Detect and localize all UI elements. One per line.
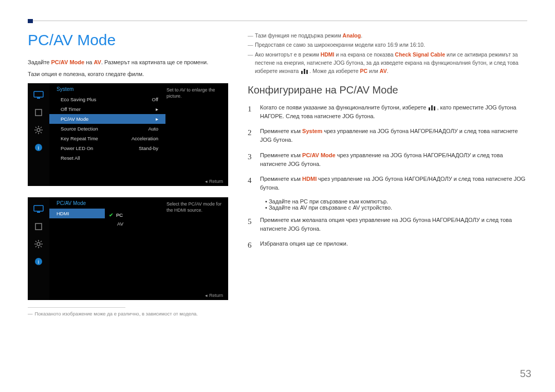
intro-paragraph-1: Задайте PC/AV Mode на AV. Размерът на ка…	[28, 58, 233, 67]
text: на	[84, 59, 94, 65]
step-number: 4	[248, 175, 260, 192]
osd-row: Eco Saving PlusOff	[49, 95, 165, 104]
svg-line-11	[41, 127, 42, 128]
osd-heading: PC/AV Mode	[49, 197, 105, 209]
info-icon: i	[31, 140, 46, 155]
osd-label: Reset All	[61, 155, 80, 161]
note-1: ― Тази функция не поддържа режим Analog.	[248, 31, 527, 40]
bullet-pc: Задайте на PC при свързване към компютър…	[265, 198, 527, 204]
text: .	[387, 68, 388, 74]
osd-value: Off	[152, 97, 159, 102]
intro-paragraph-2: Тази опция е полезна, когато гледате фил…	[28, 70, 233, 79]
osd-option-label: AV	[117, 221, 123, 227]
svg-line-9	[41, 132, 42, 133]
osd-value: Stand-by	[139, 145, 158, 151]
osd-screenshot-system: i System Eco Saving PlusOff Off Timer▸ P…	[28, 83, 228, 186]
bullet-av: Задайте на AV при свързване с AV устройс…	[265, 204, 527, 211]
step-body: Преминете към System чрез управление на …	[260, 127, 527, 144]
osd-menu-list: PC/AV Mode HDMI	[49, 197, 105, 218]
picture-icon	[31, 219, 46, 234]
osd-row: Off Timer▸	[49, 104, 165, 114]
osd-screenshot-pcavmode: i PC/AV Mode HDMI ✔PC AV Select the PC/A…	[28, 197, 228, 300]
step-number: 3	[248, 151, 260, 169]
osd-hint-text: Select the PC/AV mode for the HDMI sourc…	[163, 199, 226, 215]
osd-row: Power LED OnStand-by	[49, 143, 165, 153]
page-number: 53	[520, 368, 531, 380]
text: Тази функция не поддържа режим	[255, 32, 343, 39]
osd-menu-list: System Eco Saving PlusOff Off Timer▸ PC/…	[49, 83, 165, 163]
osd-label: Source Detection	[61, 126, 98, 132]
left-column: PC/AV Mode Задайте PC/AV Mode на AV. Раз…	[28, 31, 233, 316]
osd-sidebar: i	[28, 83, 49, 186]
osd-label: HDMI	[57, 211, 69, 216]
svg-rect-0	[34, 91, 43, 97]
step-5: 5 Преминете към желаната опция чрез упра…	[248, 216, 527, 233]
svg-rect-16	[35, 223, 42, 230]
osd-options: ✔PC AV	[105, 211, 156, 228]
highlight-pcavmode: PC/AV Mode	[302, 152, 336, 158]
highlight-av: AV	[380, 68, 387, 74]
step-6: 6 Избраната опция ще се приложи.	[248, 239, 527, 251]
step-number: 5	[248, 216, 260, 233]
step-2: 2 Преминете към System чрез управление н…	[248, 127, 527, 144]
svg-line-25	[41, 241, 42, 242]
page-title: PC/AV Mode	[28, 31, 233, 49]
picture-icon	[31, 105, 46, 120]
menu-icon	[429, 105, 436, 110]
menu-icon	[301, 69, 308, 74]
footnote: ―Показаното изображение може да е различ…	[28, 311, 233, 316]
svg-line-10	[35, 132, 36, 133]
highlight-pcavmode: PC/AV Mode	[51, 59, 85, 65]
text: Задайте	[28, 59, 51, 65]
checkmark-icon: ✔	[109, 212, 113, 218]
text: .	[361, 32, 362, 39]
osd-sidebar: i	[28, 197, 49, 300]
osd-row: Key Repeat TimeAcceleration	[49, 134, 165, 143]
sub-bullets: Задайте на PC при свързване към компютър…	[265, 198, 527, 211]
svg-rect-1	[37, 98, 40, 99]
svg-rect-15	[37, 212, 40, 213]
dash: ―	[248, 41, 255, 49]
text: . Размерът на картината ще се промени.	[101, 59, 208, 65]
osd-return: Return	[205, 293, 223, 298]
osd-row: Reset All	[49, 153, 165, 163]
top-rule	[28, 21, 527, 21]
text: Преминете към	[260, 152, 302, 158]
gear-icon	[31, 123, 46, 137]
text: и на екрана се показва	[335, 51, 395, 58]
osd-row-selected: PC/AV Mode▸	[49, 114, 165, 124]
note-3: ― Ако мониторът е в режим HDMI и на екра…	[248, 50, 527, 76]
svg-text:i: i	[38, 259, 40, 265]
osd-option-label: PC	[116, 212, 123, 218]
dash: ―	[248, 31, 255, 40]
osd-value: Auto	[148, 126, 158, 132]
note-2: ― Предоставя се само за широкоекранни мо…	[248, 41, 527, 49]
svg-line-22	[35, 241, 36, 242]
text: Когато се появи указание за функционални…	[260, 104, 428, 110]
highlight-pc: PC	[360, 68, 368, 74]
osd-option-av: AV	[105, 219, 156, 228]
info-icon: i	[31, 254, 46, 269]
monitor-icon	[31, 88, 46, 102]
osd-value: ▸	[156, 116, 158, 122]
notes-block: ― Тази функция не поддържа режим Analog.…	[248, 31, 527, 75]
osd-heading: System	[49, 83, 165, 95]
osd-value: Acceleration	[132, 136, 158, 141]
osd-label: Eco Saving Plus	[61, 97, 96, 102]
osd-label: Key Repeat Time	[61, 136, 98, 141]
step-3: 3 Преминете към PC/AV Mode чрез управлен…	[248, 151, 527, 169]
step-body: Когато се появи указание за функционални…	[260, 103, 527, 121]
svg-text:i: i	[38, 145, 40, 151]
svg-rect-2	[35, 109, 42, 116]
svg-line-24	[35, 246, 36, 247]
highlight-checksignal: Check Signal Cable	[395, 51, 445, 58]
osd-hint-text: Set to AV to enlarge the picture.	[163, 85, 226, 101]
highlight-analog: Analog	[343, 32, 361, 39]
page: PC/AV Mode Задайте PC/AV Mode на AV. Раз…	[0, 0, 555, 392]
highlight-av: AV	[94, 59, 101, 65]
step-body: Преминете към желаната опция чрез управл…	[260, 216, 527, 233]
highlight-system: System	[302, 128, 322, 134]
monitor-icon	[31, 202, 46, 216]
note-body: Предоставя се само за широкоекранни моде…	[255, 41, 527, 49]
osd-label: PC/AV Mode	[61, 116, 88, 122]
